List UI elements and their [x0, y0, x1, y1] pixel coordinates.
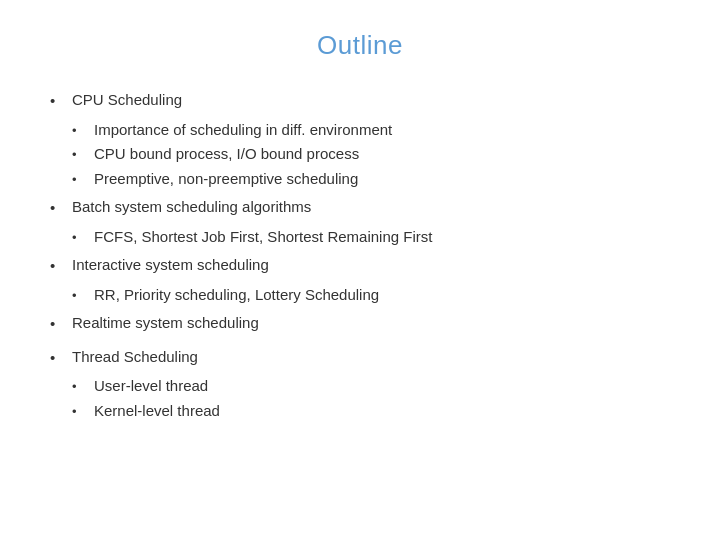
list-item: • Preemptive, non-preemptive scheduling	[72, 168, 670, 191]
list-item: • CPU bound process, I/O bound process	[72, 143, 670, 166]
bullet-l1: •	[50, 346, 72, 370]
list-item: • FCFS, Shortest Job First, Shortest Rem…	[72, 226, 670, 249]
bullet-l2: •	[72, 168, 94, 190]
bullet-l2: •	[72, 143, 94, 165]
sub-item-label: Preemptive, non-preemptive scheduling	[94, 168, 358, 191]
bullet-l2: •	[72, 284, 94, 306]
list-item: • CPU Scheduling • Importance of schedul…	[50, 89, 670, 192]
list-item: • Interactive system scheduling • RR, Pr…	[50, 254, 670, 308]
level1-label: Interactive system scheduling	[72, 254, 269, 277]
level1-label: Batch system scheduling algorithms	[72, 196, 311, 219]
bullet-l1: •	[50, 312, 72, 336]
slide: Outline • CPU Scheduling • Importance of…	[0, 0, 720, 540]
bullet-l1: •	[50, 254, 72, 278]
level1-label: CPU Scheduling	[72, 89, 182, 112]
sub-item-label: CPU bound process, I/O bound process	[94, 143, 359, 166]
outline-content: • CPU Scheduling • Importance of schedul…	[50, 89, 670, 510]
thread-scheduling-label: Thread Scheduling	[72, 346, 198, 369]
sub-items-group: • Importance of scheduling in diff. envi…	[72, 119, 670, 191]
sub-item-label: FCFS, Shortest Job First, Shortest Remai…	[94, 226, 432, 249]
sub-items-group: • RR, Priority scheduling, Lottery Sched…	[72, 284, 670, 307]
list-item: • Batch system scheduling algorithms • F…	[50, 196, 670, 250]
bullet-l2: •	[72, 400, 94, 422]
bullet-l1: •	[50, 89, 72, 113]
list-item: • Importance of scheduling in diff. envi…	[72, 119, 670, 142]
level1-label: Realtime system scheduling	[72, 312, 259, 335]
list-item: • Thread Scheduling • User-level thread …	[50, 346, 670, 425]
bullet-l2: •	[72, 226, 94, 248]
sub-item-label: Kernel-level thread	[94, 400, 220, 423]
bullet-l2: •	[72, 375, 94, 397]
sub-item-label: RR, Priority scheduling, Lottery Schedul…	[94, 284, 379, 307]
bullet-l1: •	[50, 196, 72, 220]
slide-title: Outline	[50, 30, 670, 61]
sub-item-label: User-level thread	[94, 375, 208, 398]
sub-item-label: Importance of scheduling in diff. enviro…	[94, 119, 392, 142]
bullet-l2: •	[72, 119, 94, 141]
list-item: • User-level thread	[72, 375, 670, 398]
list-item: • RR, Priority scheduling, Lottery Sched…	[72, 284, 670, 307]
sub-items-group: • User-level thread • Kernel-level threa…	[72, 375, 670, 422]
list-item: • Kernel-level thread	[72, 400, 670, 423]
list-item: • Realtime system scheduling	[50, 312, 670, 342]
sub-items-group: • FCFS, Shortest Job First, Shortest Rem…	[72, 226, 670, 249]
